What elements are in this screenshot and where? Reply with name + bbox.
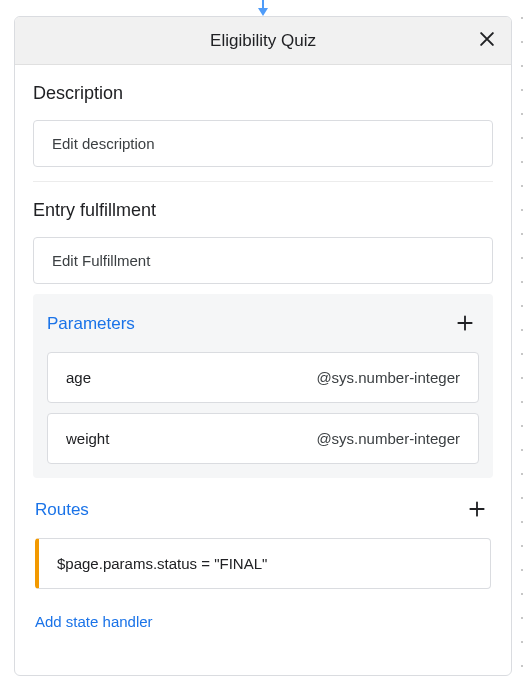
divider (33, 181, 493, 182)
add-route-button[interactable] (463, 496, 491, 524)
edit-fulfillment-button[interactable]: Edit Fulfillment (33, 237, 493, 284)
parameters-heading[interactable]: Parameters (47, 314, 135, 334)
plus-icon (467, 499, 487, 522)
parameter-row[interactable]: weight @sys.number-integer (47, 413, 479, 464)
description-section: Description Edit description (33, 83, 493, 167)
routes-heading[interactable]: Routes (35, 500, 89, 520)
close-icon (477, 29, 497, 52)
routes-section: Routes $page.params.status = "FINAL" (33, 490, 493, 589)
plus-icon (455, 313, 475, 336)
description-heading: Description (33, 83, 493, 104)
entry-fulfillment-section: Entry fulfillment Edit Fulfillment (33, 200, 493, 284)
add-state-handler-button[interactable]: Add state handler (35, 613, 153, 630)
panel-title: Eligibility Quiz (210, 31, 316, 51)
routes-header: Routes (35, 496, 491, 524)
close-button[interactable] (473, 27, 501, 55)
parameter-type: @sys.number-integer (316, 430, 460, 447)
parameters-header: Parameters (47, 310, 479, 338)
parameter-name: age (66, 369, 91, 386)
entry-fulfillment-heading: Entry fulfillment (33, 200, 493, 221)
edit-description-button[interactable]: Edit description (33, 120, 493, 167)
panel-header: Eligibility Quiz (15, 17, 511, 65)
parameter-row[interactable]: age @sys.number-integer (47, 352, 479, 403)
parameters-section: Parameters age @sys.number-integer weigh… (33, 294, 493, 478)
add-parameter-button[interactable] (451, 310, 479, 338)
route-row[interactable]: $page.params.status = "FINAL" (35, 538, 491, 589)
panel-body: Description Edit description Entry fulfi… (15, 65, 511, 675)
parameter-name: weight (66, 430, 109, 447)
page-config-panel: Eligibility Quiz Description Edit descri… (14, 16, 512, 676)
parameter-type: @sys.number-integer (316, 369, 460, 386)
